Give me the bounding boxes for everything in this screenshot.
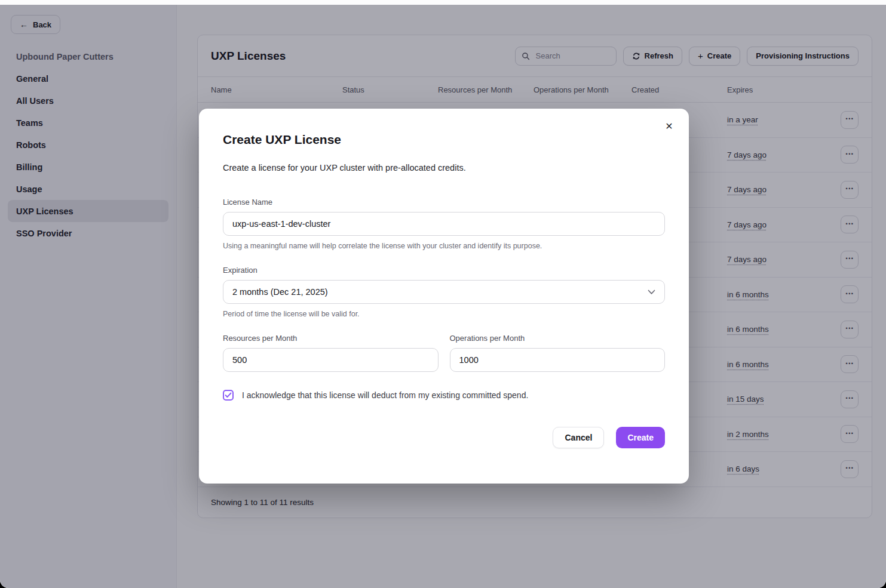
acknowledge-label: I acknowledge that this license will ded… [242,390,528,400]
expiration-select[interactable]: 2 months (Dec 21, 2025) [223,280,665,304]
expiration-selected-value: 2 months (Dec 21, 2025) [232,287,328,297]
expiration-label: Expiration [223,266,665,275]
operations-field-group: Operations per Month [450,334,666,372]
resources-input[interactable] [223,348,439,372]
license-name-input[interactable] [223,212,665,236]
license-name-helper: Using a meaningful name will help correl… [223,242,665,250]
acknowledge-row: I acknowledge that this license will ded… [223,390,665,401]
modal-description: Create a license for your UXP cluster wi… [223,163,665,173]
resources-field-group: Resources per Month [223,334,439,372]
checkmark-icon [225,392,232,398]
modal-create-button[interactable]: Create [616,427,665,448]
close-button[interactable]: ✕ [660,117,678,135]
operations-label: Operations per Month [450,334,666,343]
app-window: ← Back Upbound Paper Cutters General All… [0,0,886,588]
modal-footer: Cancel Create [223,427,665,448]
license-name-label: License Name [223,198,665,207]
expiration-helper: Period of time the license will be valid… [223,310,665,318]
credits-fields-row: Resources per Month Operations per Month [223,334,665,372]
chevron-down-icon [648,290,655,295]
cancel-button[interactable]: Cancel [553,427,604,448]
expiration-field-group: Expiration 2 months (Dec 21, 2025) Perio… [223,266,665,318]
window-top-strip [0,0,886,5]
resources-label: Resources per Month [223,334,439,343]
operations-input[interactable] [450,348,666,372]
license-name-field-group: License Name Using a meaningful name wil… [223,198,665,250]
create-uxp-license-modal: ✕ Create UXP License Create a license fo… [199,109,689,484]
acknowledge-checkbox[interactable] [223,390,234,401]
modal-title: Create UXP License [223,133,665,147]
close-icon: ✕ [665,121,673,131]
